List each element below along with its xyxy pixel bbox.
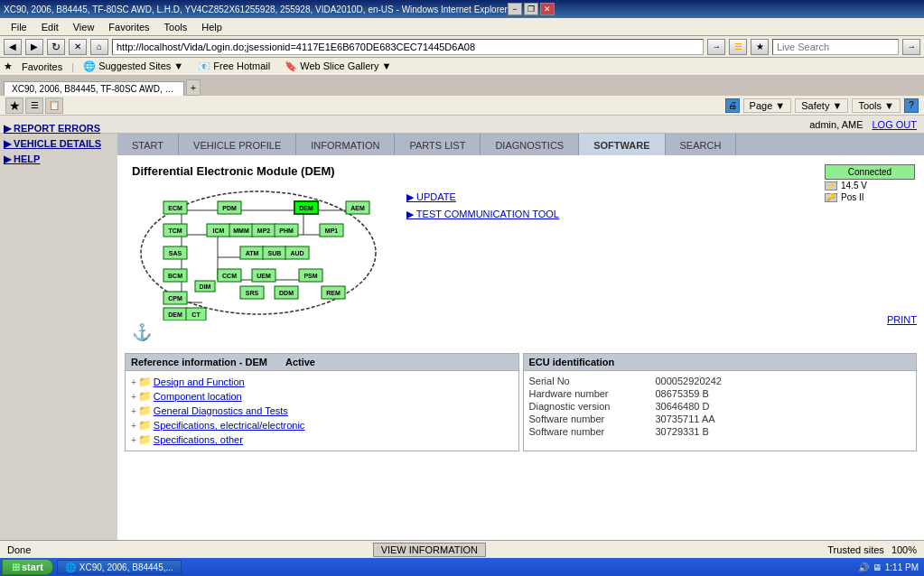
ie-toolbar: ★ ☰ 📋 🖨 Page ▼ Safety ▼ Tools ▼ ? [0,96,924,116]
home-button[interactable]: ⌂ [90,39,108,55]
help-link[interactable]: ▶ HELP [4,152,114,167]
favorites-pane-button[interactable]: ★ [5,98,23,114]
tree-label-general[interactable]: General Diagnostics and Tests [154,405,288,416]
folder-icon: 📁 [138,404,152,417]
folder-icon: 📁 [138,419,152,432]
tree-item-specs-other[interactable]: + 📁 Specifications, other [131,432,513,447]
tab-information[interactable]: INFORMATION [296,134,395,157]
history-button[interactable]: 📋 [45,98,63,114]
svg-text:MP1: MP1 [325,228,339,234]
menu-view[interactable]: View [66,20,102,34]
browser-tab[interactable]: XC90, 2006, B84445, TF-80SC AWD, L.H.D, … [4,81,184,96]
reference-active-col: Active [285,357,315,367]
go-button[interactable]: → [707,39,725,55]
svg-text:AEM: AEM [350,205,365,211]
menu-help[interactable]: Help [194,20,229,34]
taskbar-ie-item[interactable]: 🌐 XC90, 2006, B84445,... [57,560,182,574]
diagram-area: Differential Electronic Module (DEM) [117,155,924,351]
close-button[interactable]: ✕ [540,3,555,15]
logout-button[interactable]: LOG OUT [872,119,917,130]
refresh-button[interactable]: ↻ [47,39,65,55]
minimize-button[interactable]: − [508,3,522,15]
tab-vehicle-profile[interactable]: VEHICLE PROFILE [179,134,296,157]
main-nav: START VEHICLE PROFILE INFORMATION PARTS … [117,134,924,157]
ecu-row-sw2: Software number 30729331 B [529,425,911,438]
taskbar-ie-label: XC90, 2006, B84445,... [79,562,173,572]
svg-text:SAS: SAS [169,250,182,256]
ecu-label-diag: Diagnostic version [529,401,656,412]
search-go-button[interactable]: → [902,39,920,55]
tab-diagnostics[interactable]: DIAGNOSTICS [481,134,579,157]
trusted-sites-text: Trusted sites [827,544,884,555]
taskbar: ⊞ start 🌐 XC90, 2006, B84445,... 🔊 🖥 1:1… [0,558,924,576]
reference-header: Reference information - DEM Active [126,354,518,371]
reference-section: Reference information - DEM Active + 📁 D… [125,353,519,451]
test-comm-tool-link[interactable]: ▶ TEST COMMUNICATION TOOL [406,206,906,223]
svg-text:DEM: DEM [299,205,313,211]
tree-item-specs-elec[interactable]: + 📁 Specifications, electrical/electroni… [131,418,513,432]
ecu-value-hw: 08675359 B [656,388,709,399]
svg-text:SUB: SUB [268,250,282,256]
help-icon[interactable]: ? [904,98,919,113]
search-input[interactable] [772,39,899,55]
address-bar: ◀ ▶ ↻ ✕ ⌂ → ☰ ★ → [0,36,924,58]
tree-label-specs-other[interactable]: Specifications, other [154,434,243,445]
feeds-button[interactable]: ☰ [25,98,43,114]
menu-edit[interactable]: Edit [34,20,66,34]
expand-icon: + [131,377,136,387]
tools-menu-button[interactable]: Tools ▼ [852,98,901,113]
tree-item-design[interactable]: + 📁 Design and Function [131,375,513,389]
svg-text:CT: CT [191,311,201,318]
address-input[interactable] [112,39,704,55]
view-info-button[interactable]: VIEW INFORMATION [373,543,486,557]
menu-file[interactable]: File [4,20,34,34]
printer-icon[interactable]: 🖨 [725,98,740,113]
print-button[interactable]: PRINT [887,314,917,325]
tab-software[interactable]: SOFTWARE [579,134,665,157]
svg-text:UEM: UEM [257,273,271,279]
safety-button[interactable]: Safety ▼ [795,98,848,113]
vehicle-details-link[interactable]: ▶ VEHICLE DETAILS [4,136,114,152]
favorites-button[interactable]: Favorites [16,60,68,73]
expand-icon: + [131,392,136,402]
free-hotmail[interactable]: 📧 Free Hotmail [192,60,275,73]
folder-icon: 📁 [138,376,152,388]
anchor-area: ⚓ [132,322,910,342]
back-button[interactable]: ◀ [4,39,22,55]
suggested-sites[interactable]: 🌐 Suggested Sites ▼ [78,60,189,73]
left-nav: ▶ REPORT ERRORS ▶ VEHICLE DETAILS ▶ HELP [0,117,117,171]
stop-button[interactable]: ✕ [69,39,87,55]
ecu-label-sw1: Software number [529,413,656,424]
tree-label-specs-elec[interactable]: Specifications, electrical/electronic [154,420,305,431]
forward-button[interactable]: ▶ [25,39,43,55]
svg-text:AUD: AUD [290,250,303,256]
status-box: Connected ⚡ 14.5 V 🔑 Pos II [825,164,915,203]
menu-tools[interactable]: Tools [157,20,195,34]
svg-text:DIM: DIM [200,283,211,290]
battery-icon: ⚡ [825,181,837,190]
zoom-level: 100% [891,544,917,555]
tree-label-component[interactable]: Component location [154,391,242,402]
new-tab-button[interactable]: + [186,79,201,96]
tab-start[interactable]: START [117,134,179,157]
tree-label-design[interactable]: Design and Function [154,376,245,387]
ecu-row-hw: Hardware number 08675359 B [529,387,911,400]
report-errors-link[interactable]: ▶ REPORT ERRORS [4,121,114,136]
favorites-star-button[interactable]: ★ [751,39,769,55]
tree-item-component[interactable]: + 📁 Component location [131,389,513,404]
tree-item-general[interactable]: + 📁 General Diagnostics and Tests [131,404,513,418]
ecu-value-sw1: 30735711 AA [656,413,715,424]
network-icon: 🖥 [873,562,882,572]
web-slice-gallery[interactable]: 🔖 Web Slice Gallery ▼ [279,60,397,73]
rss-button[interactable]: ☰ [729,39,747,55]
start-button[interactable]: ⊞ start [2,559,53,575]
tab-parts-list[interactable]: PARTS LIST [395,134,481,157]
ecu-title: ECU identification [529,357,615,367]
restore-button[interactable]: ❐ [524,3,538,15]
ecu-value-diag: 30646480 D [656,401,710,412]
reference-title: Reference information - DEM [131,357,267,367]
folder-icon: 📁 [138,433,152,446]
page-button[interactable]: Page ▼ [743,98,792,113]
tab-search[interactable]: SEARCH [666,134,737,157]
menu-favorites[interactable]: Favorites [101,20,156,34]
